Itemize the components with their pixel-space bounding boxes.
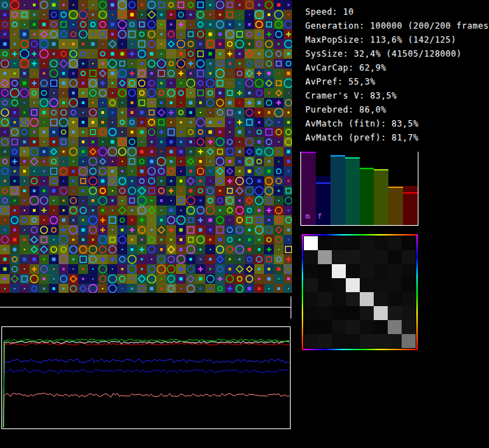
history-chart-svg: [2, 327, 290, 428]
matrix-cell: [374, 250, 388, 264]
histogram-bar: [330, 152, 345, 225]
histogram-bar-fill: [345, 157, 360, 225]
matrix-cells: [304, 236, 416, 348]
matrix-cell: [374, 278, 388, 292]
matrix-cell: [332, 250, 346, 264]
world-grid-canvas[interactable]: [0, 0, 292, 293]
matrix-cell: [318, 278, 332, 292]
matrix-cell: [332, 236, 346, 250]
matrix-cell: [318, 264, 332, 278]
history-series-series-salmon: [3, 393, 289, 427]
matrix-cell: [304, 236, 318, 250]
stat-line: Speed: 10: [305, 5, 489, 19]
history-series-series-white: [3, 340, 289, 427]
stat-line: AvMatch (fitn): 83,5%: [305, 117, 489, 131]
similarity-matrix-panel: [302, 234, 418, 350]
matrix-border-bottom: [302, 349, 418, 350]
matrix-cell: [346, 278, 360, 292]
histogram-bar-cap: [316, 182, 330, 184]
matrix-cell: [388, 292, 402, 306]
matrix-cell: [388, 320, 402, 334]
history-chart-panel: [1, 326, 291, 429]
app-window: Speed: 10Generation: 100000 (200/200 fra…: [0, 0, 489, 448]
matrix-cell: [360, 250, 374, 264]
grid-separator-line: [0, 307, 291, 308]
histogram-bar-fill: [330, 155, 345, 225]
world-grid-viewport: [0, 0, 292, 293]
matrix-cell: [346, 334, 360, 348]
matrix-cell: [402, 278, 416, 292]
histogram-bar-cap: [345, 157, 360, 159]
matrix-cell: [402, 306, 416, 320]
matrix-cell: [332, 264, 346, 278]
matrix-cell: [374, 334, 388, 348]
stat-line: MaxPopSize: 113,6% (142/125): [305, 33, 489, 47]
stat-line: Purebred: 86,0%: [305, 103, 489, 117]
history-series-series-green: [3, 339, 289, 427]
histogram-bar-cap: [403, 192, 418, 194]
matrix-cell: [332, 292, 346, 306]
matrix-cell: [346, 250, 360, 264]
matrix-cell: [304, 264, 318, 278]
matrix-cell: [304, 250, 318, 264]
matrix-cell: [332, 334, 346, 348]
histogram-bar-fill: [374, 169, 388, 225]
matrix-cell: [374, 264, 388, 278]
histogram-bar-cap: [330, 155, 345, 157]
matrix-cell: [374, 292, 388, 306]
matrix-cell: [332, 278, 346, 292]
matrix-cell: [374, 320, 388, 334]
matrix-cell: [318, 334, 332, 348]
grid-separator-tick: [291, 296, 291, 319]
stats-panel: Speed: 10Generation: 100000 (200/200 fra…: [305, 5, 489, 145]
matrix-cell: [388, 264, 402, 278]
matrix-cell: [402, 320, 416, 334]
stat-line: Generation: 100000 (200/200 frames): [305, 19, 489, 33]
matrix-cell: [374, 236, 388, 250]
matrix-cell: [346, 306, 360, 320]
matrix-cell: [402, 236, 416, 250]
matrix-border-top: [302, 234, 418, 236]
matrix-cell: [360, 292, 374, 306]
matrix-cell: [346, 264, 360, 278]
matrix-cell: [388, 278, 402, 292]
matrix-cell: [346, 236, 360, 250]
stat-line: Cramer's V: 83,5%: [305, 89, 489, 103]
matrix-cell: [346, 320, 360, 334]
histogram-panel: m f: [300, 152, 418, 226]
histogram-bar: [360, 152, 374, 225]
matrix-cell: [304, 334, 318, 348]
matrix-cell: [402, 334, 416, 348]
matrix-border-right: [416, 234, 418, 350]
matrix-cell: [360, 306, 374, 320]
matrix-cell: [374, 306, 388, 320]
histogram-bar-fill: [388, 187, 403, 225]
matrix-cell: [360, 264, 374, 278]
matrix-cell: [304, 306, 318, 320]
matrix-cell: [318, 292, 332, 306]
histogram-bar: [403, 152, 418, 225]
matrix-cell: [318, 306, 332, 320]
matrix-cell: [388, 250, 402, 264]
matrix-cell: [360, 334, 374, 348]
stat-line: AvMatch (pref): 81,7%: [305, 131, 489, 145]
stat-line: AvPref: 55,3%: [305, 75, 489, 89]
matrix-cell: [402, 292, 416, 306]
matrix-cell: [388, 306, 402, 320]
histogram-bar-fill: [360, 168, 374, 225]
matrix-cell: [388, 236, 402, 250]
history-series-series-blue-upper: [3, 359, 289, 428]
matrix-cell: [360, 278, 374, 292]
matrix-cell: [402, 264, 416, 278]
matrix-cell: [318, 250, 332, 264]
mf-label: m f: [305, 212, 323, 221]
matrix-cell: [304, 278, 318, 292]
matrix-cell: [388, 334, 402, 348]
matrix-cell: [360, 236, 374, 250]
matrix-cell: [304, 320, 318, 334]
histogram-bar-cap: [374, 169, 388, 171]
histogram-bar-cap: [388, 187, 403, 188]
matrix-cell: [318, 320, 332, 334]
matrix-cell: [332, 320, 346, 334]
matrix-cell: [332, 306, 346, 320]
